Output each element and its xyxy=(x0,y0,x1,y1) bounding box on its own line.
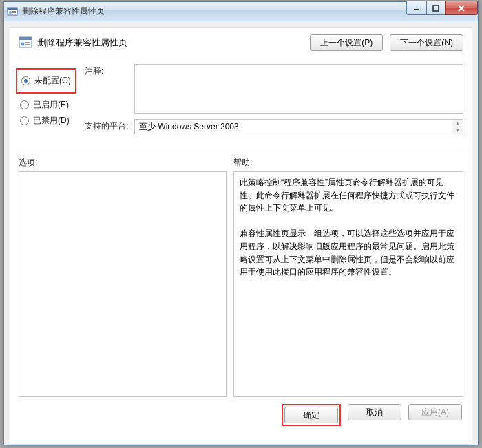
titlebar[interactable]: 删除程序兼容性属性页 xyxy=(4,2,478,21)
svg-rect-5 xyxy=(414,9,419,10)
close-button[interactable] xyxy=(445,1,478,15)
svg-rect-10 xyxy=(25,42,30,43)
radio-enabled[interactable]: 已启用(E) xyxy=(20,99,83,111)
minimize-button[interactable] xyxy=(406,1,427,15)
svg-point-2 xyxy=(9,11,12,14)
svg-rect-4 xyxy=(12,12,16,13)
radio-icon xyxy=(21,76,30,85)
help-paragraph: 兼容性属性页显示一组选项，可以选择这些选项并应用于应用程序，以解决影响旧版应用程… xyxy=(240,227,457,278)
state-radios: 未配置(C) 已启用(E) 已禁用(D) xyxy=(19,64,85,140)
policy-icon xyxy=(19,36,32,50)
svg-rect-8 xyxy=(19,37,32,40)
app-icon xyxy=(7,6,18,17)
radio-label: 未配置(C) xyxy=(34,75,71,87)
apply-button[interactable]: 应用(A) xyxy=(408,404,462,420)
window-controls xyxy=(407,1,478,15)
platform-label: 支持的平台: xyxy=(85,119,134,134)
divider xyxy=(19,58,463,58)
svg-point-9 xyxy=(21,43,25,46)
highlight-not-configured: 未配置(C) xyxy=(16,68,76,94)
radio-icon xyxy=(20,100,29,109)
radio-disabled[interactable]: 已禁用(D) xyxy=(20,115,83,127)
radio-label: 已禁用(D) xyxy=(33,115,70,127)
highlight-ok: 确定 xyxy=(282,404,341,426)
help-paragraph: 此策略控制“程序兼容性”属性页命令行解释器扩展的可见性。此命令行解释器扩展在任何… xyxy=(240,176,457,215)
help-label: 帮助: xyxy=(233,157,252,169)
prev-setting-button[interactable]: 上一个设置(P) xyxy=(310,34,383,51)
ok-button[interactable]: 确定 xyxy=(284,407,338,423)
radio-icon xyxy=(20,116,29,125)
notes-textarea[interactable] xyxy=(134,64,463,114)
content-area: 删除程序兼容性属性页 上一个设置(P) 下一个设置(N) 未配置(C) 已启用(… xyxy=(10,27,472,445)
next-setting-button[interactable]: 下一个设置(N) xyxy=(390,34,463,51)
scroll-buttons[interactable]: ▲▼ xyxy=(452,120,463,134)
notes-label: 注释: xyxy=(85,64,134,114)
supported-platform-box: 至少 Windows Server 2003 ▲▼ xyxy=(134,119,463,134)
maximize-button[interactable] xyxy=(426,1,446,15)
dialog-window: 删除程序兼容性属性页 删除程序兼容性属性页 上一个设置(P) 下一个设置(N) xyxy=(3,1,479,445)
help-panel: 此策略控制“程序兼容性”属性页命令行解释器扩展的可见性。此命令行解释器扩展在任何… xyxy=(233,171,463,397)
divider xyxy=(19,151,463,151)
header-row: 删除程序兼容性属性页 上一个设置(P) 下一个设置(N) xyxy=(19,34,463,51)
options-label: 选项: xyxy=(19,157,233,169)
platform-value: 至少 Windows Server 2003 xyxy=(139,121,239,133)
radio-not-configured[interactable]: 未配置(C) xyxy=(21,75,71,87)
options-panel xyxy=(19,171,227,397)
cancel-button[interactable]: 取消 xyxy=(348,404,401,420)
svg-rect-1 xyxy=(8,8,17,10)
dialog-footer: 确定 取消 应用(A) xyxy=(19,397,463,434)
svg-rect-3 xyxy=(12,11,16,12)
page-title: 删除程序兼容性属性页 xyxy=(38,36,127,49)
svg-rect-11 xyxy=(25,44,30,45)
radio-label: 已启用(E) xyxy=(33,99,69,111)
svg-rect-6 xyxy=(433,6,439,11)
